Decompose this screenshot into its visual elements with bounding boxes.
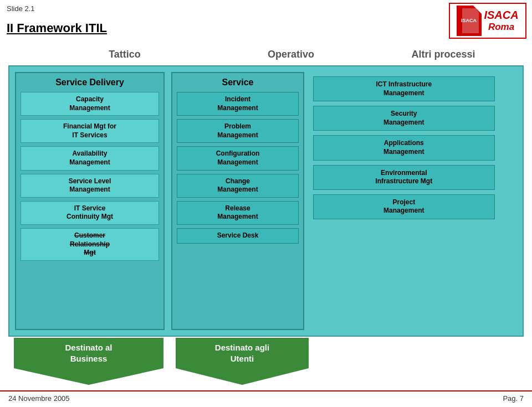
header-operativo: Operativo bbox=[216, 49, 366, 60]
list-item: ReleaseManagement bbox=[177, 201, 299, 225]
arrow-destinato-business: Destinato al Business bbox=[14, 338, 163, 385]
arrow-utenti-tip bbox=[176, 368, 309, 385]
logo-box: ISACA ISACA Roma bbox=[449, 3, 526, 39]
logo-text: ISACA Roma bbox=[484, 9, 518, 33]
bottom-rule bbox=[0, 390, 532, 391]
list-item: ProjectManagement bbox=[313, 194, 495, 219]
header-altri: Altri processi bbox=[377, 49, 510, 60]
bottom-arrows: Destinato al Business Destinato agli Ute… bbox=[14, 338, 309, 385]
logo-roma: Roma bbox=[488, 22, 514, 33]
list-item: ProblemManagement bbox=[177, 119, 299, 143]
col-altri-processi: ICT InfrastructureManagement SecurityMan… bbox=[311, 72, 517, 330]
arrow-business-tip bbox=[14, 368, 163, 385]
svg-text:ISACA: ISACA bbox=[461, 18, 477, 23]
header-tattico: Tattico bbox=[44, 49, 205, 60]
list-item: ApplicationsManagement bbox=[313, 135, 495, 160]
list-item: AvailabilityManagement bbox=[21, 146, 159, 170]
col-service-delivery: Service Delivery CapacityManagement Fina… bbox=[15, 72, 165, 330]
list-item: CapacityManagement bbox=[21, 92, 159, 116]
list-item: SecurityManagement bbox=[313, 106, 495, 131]
list-item: Service Desk bbox=[177, 228, 299, 244]
logo-isaca: ISACA bbox=[484, 9, 518, 22]
footer-date: 24 Novembre 2005 bbox=[8, 394, 70, 403]
list-item: ConfigurationManagement bbox=[177, 146, 299, 170]
list-item: EnvironmentalInfrastructure Mgt bbox=[313, 165, 495, 190]
column-headers: Tattico Operativo Altri processi bbox=[28, 49, 526, 60]
list-item: ChangeManagement bbox=[177, 174, 299, 198]
logo-area: ISACA ISACA Roma bbox=[449, 3, 526, 39]
framework-box: Service Delivery CapacityManagement Fina… bbox=[8, 65, 524, 337]
arrow-business-label: Destinato al Business bbox=[14, 338, 163, 368]
list-item: Financial Mgt forIT Services bbox=[21, 119, 159, 143]
service-support-title: Service bbox=[177, 78, 299, 87]
main-title: II Framework ITIL bbox=[7, 21, 107, 35]
columns-container: Service Delivery CapacityManagement Fina… bbox=[15, 72, 517, 330]
logo-graphic: ISACA bbox=[457, 6, 482, 36]
arrow-utenti-label: Destinato agli Utenti bbox=[176, 338, 309, 368]
list-item: CustomerRelationshipMgt bbox=[21, 228, 159, 261]
list-item: IncidentManagement bbox=[177, 92, 299, 116]
list-item: IT ServiceContinuity Mgt bbox=[21, 201, 159, 225]
footer-page: Pag. 7 bbox=[503, 394, 524, 403]
col-service-support: Service IncidentManagement ProblemManage… bbox=[171, 72, 304, 330]
slide-number: Slide 2.1 bbox=[7, 4, 35, 13]
service-delivery-title: Service Delivery bbox=[21, 78, 159, 87]
list-item: Service LevelManagement bbox=[21, 174, 159, 198]
list-item: ICT InfrastructureManagement bbox=[313, 76, 495, 101]
arrow-destinato-utenti: Destinato agli Utenti bbox=[176, 338, 309, 385]
